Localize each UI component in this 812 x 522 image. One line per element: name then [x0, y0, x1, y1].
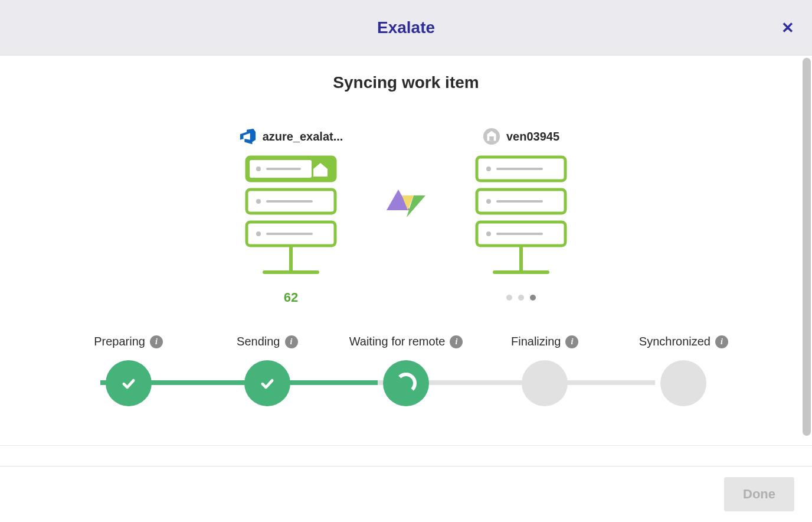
close-icon: ✕ — [781, 18, 794, 36]
dialog-title: Exalate — [377, 18, 435, 37]
dialog-content: Syncing work item azure_exalat... — [0, 56, 812, 445]
progress-steps: Preparing i Sending i Waiting for remote… — [0, 335, 812, 406]
step-circle — [660, 360, 706, 406]
target-header: ven03945 — [483, 128, 559, 145]
sync-title: Syncing work item — [0, 73, 812, 92]
dialog-header: Exalate ✕ — [0, 0, 812, 56]
info-icon[interactable]: i — [565, 335, 578, 348]
svg-point-14 — [486, 167, 491, 171]
info-icon[interactable]: i — [285, 335, 298, 348]
check-icon — [259, 375, 276, 392]
step-label: Synchronized — [639, 335, 711, 348]
scrollbar-thumb[interactable] — [803, 58, 811, 436]
svg-point-8 — [256, 231, 261, 236]
info-icon[interactable]: i — [150, 335, 163, 348]
step-sending: Sending i — [198, 335, 336, 406]
svg-point-2 — [256, 167, 261, 171]
source-id: 62 — [284, 290, 298, 305]
step-synchronized: Synchronized i — [614, 335, 753, 406]
divider — [0, 445, 812, 446]
target-server-icon — [471, 154, 571, 278]
dot-icon — [530, 295, 536, 301]
step-waiting: Waiting for remote i — [336, 335, 475, 406]
exalate-logo-icon — [385, 187, 427, 221]
instances-row: azure_exalat... 62 — [0, 128, 812, 305]
target-name: ven03945 — [506, 130, 559, 143]
step-label: Preparing — [94, 335, 145, 348]
svg-point-17 — [486, 199, 491, 204]
step-circle — [106, 360, 152, 406]
info-icon[interactable]: i — [715, 335, 728, 348]
done-button[interactable]: Done — [724, 477, 794, 511]
source-name: azure_exalat... — [263, 130, 343, 143]
servicenow-icon — [483, 128, 500, 145]
check-icon — [120, 375, 137, 392]
spinner-icon — [395, 373, 417, 394]
dot-icon — [506, 295, 512, 301]
info-icon[interactable]: i — [450, 335, 463, 348]
source-instance: azure_exalat... 62 — [232, 128, 350, 305]
step-label: Waiting for remote — [349, 335, 446, 348]
step-finalizing: Finalizing i — [476, 335, 614, 406]
step-circle — [522, 360, 568, 406]
scrollbar[interactable] — [803, 58, 811, 442]
source-server-icon — [241, 154, 341, 278]
close-button[interactable]: ✕ — [781, 18, 794, 37]
dialog-footer: Done — [0, 466, 812, 522]
target-instance: ven03945 — [462, 128, 580, 301]
step-circle — [244, 360, 290, 406]
step-label: Finalizing — [511, 335, 561, 348]
svg-point-5 — [256, 199, 261, 204]
step-label: Sending — [237, 335, 280, 348]
source-header: azure_exalat... — [239, 128, 343, 145]
step-circle — [383, 360, 429, 406]
svg-point-20 — [486, 231, 491, 236]
azure-devops-icon — [239, 128, 257, 145]
step-preparing: Preparing i — [59, 335, 198, 406]
dot-icon — [518, 295, 524, 301]
loading-dots — [506, 295, 536, 301]
